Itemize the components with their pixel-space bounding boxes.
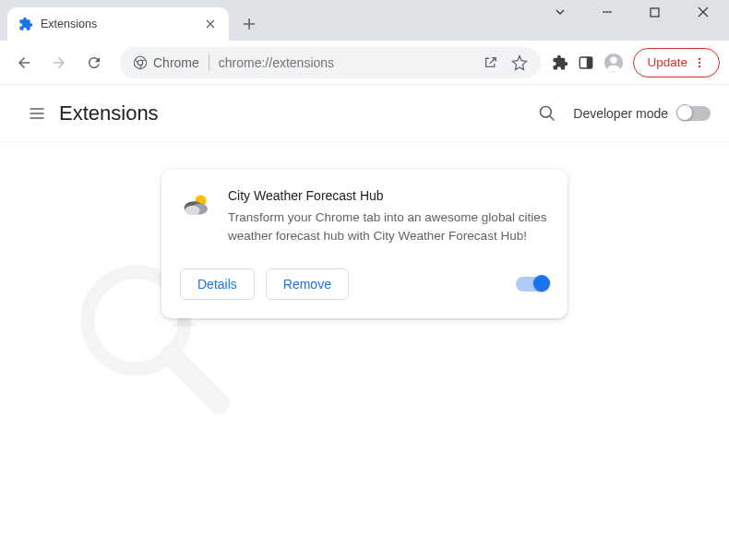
svg-rect-0: [651, 8, 659, 17]
share-icon[interactable]: [483, 54, 498, 71]
svg-point-8: [699, 61, 700, 63]
back-button[interactable]: [9, 48, 39, 77]
chrome-logo-icon: [133, 55, 148, 70]
extension-weather-icon: [180, 188, 213, 221]
menu-dots-icon: [693, 56, 706, 69]
profile-avatar-icon[interactable]: [604, 53, 624, 73]
side-panel-icon[interactable]: [578, 54, 594, 71]
address-bar[interactable]: Chrome chrome://extensions: [120, 47, 541, 78]
browser-tab[interactable]: Extensions: [7, 7, 229, 41]
url-text: chrome://extensions: [219, 55, 474, 70]
svg-point-6: [611, 56, 617, 63]
page-header: Extensions Developer mode: [0, 85, 729, 142]
svg-point-9: [699, 65, 700, 66]
chrome-chip-label: Chrome: [153, 55, 199, 70]
extension-puzzle-icon: [18, 17, 33, 31]
remove-button[interactable]: Remove: [266, 268, 349, 300]
browser-toolbar: Chrome chrome://extensions Update: [0, 41, 729, 85]
extensions-puzzle-icon[interactable]: [552, 54, 568, 71]
tab-title: Extensions: [41, 18, 203, 30]
omnibox-divider: [209, 54, 209, 71]
window-maximize-icon[interactable]: [650, 7, 675, 18]
window-controls: [554, 6, 723, 18]
developer-mode-toggle: Developer mode: [573, 106, 711, 121]
window-close-icon[interactable]: [698, 6, 723, 18]
svg-point-10: [541, 106, 552, 117]
forward-button[interactable]: [44, 48, 74, 77]
page-title: Extensions: [59, 101, 159, 125]
reload-button[interactable]: [79, 48, 109, 77]
chrome-chip: Chrome: [133, 55, 199, 70]
extension-name: City Weather Forecast Hub: [228, 188, 549, 203]
update-label: Update: [647, 55, 687, 69]
details-button[interactable]: Details: [180, 268, 255, 300]
extension-enable-switch[interactable]: [516, 277, 549, 292]
window-minimize-icon[interactable]: [602, 6, 627, 18]
window-titlebar: Extensions: [0, 0, 729, 41]
extension-description: Transform your Chrome tab into an awesom…: [228, 209, 549, 246]
svg-point-7: [699, 57, 700, 59]
svg-rect-4: [587, 57, 592, 68]
hamburger-menu-icon[interactable]: [18, 95, 55, 132]
extensions-list: City Weather Forecast Hub Transform your…: [0, 142, 729, 346]
developer-mode-label: Developer mode: [573, 106, 668, 121]
window-dropdown-icon[interactable]: [554, 6, 580, 18]
search-icon[interactable]: [538, 104, 556, 123]
update-button[interactable]: Update: [633, 48, 720, 77]
new-tab-button[interactable]: [236, 11, 262, 37]
svg-point-15: [185, 206, 200, 216]
tab-close-icon[interactable]: [203, 17, 218, 31]
extension-card: City Weather Forecast Hub Transform your…: [161, 170, 568, 318]
bookmark-star-icon[interactable]: [511, 54, 528, 71]
developer-mode-switch[interactable]: [677, 106, 711, 121]
